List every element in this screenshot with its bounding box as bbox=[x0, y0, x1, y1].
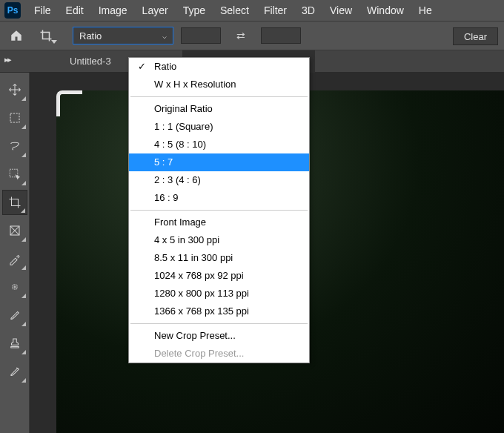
document-tab-label: Untitled-3 bbox=[70, 56, 111, 67]
dropdown-item-front-image[interactable]: Front Image bbox=[129, 214, 309, 231]
dropdown-item-wxh-resolution[interactable]: W x H x Resolution bbox=[129, 76, 309, 93]
dropdown-item-new-crop-preset[interactable]: New Crop Preset... bbox=[129, 327, 309, 345]
swap-dimensions-button[interactable]: ⇄ bbox=[231, 26, 251, 45]
menu-bar: Ps File Edit Image Layer Type Select Fil… bbox=[0, 0, 504, 21]
dropdown-item-16-9[interactable]: 16 : 9 bbox=[129, 189, 309, 207]
crop-ratio-dropdown: Ratio W x H x Resolution Original Ratio … bbox=[128, 57, 310, 363]
lasso-tool[interactable] bbox=[2, 133, 27, 159]
menu-layer[interactable]: Layer bbox=[135, 1, 176, 19]
dropdown-item-delete-crop-preset: Delete Crop Preset... bbox=[129, 345, 309, 363]
crop-tool[interactable] bbox=[2, 190, 27, 215]
stamp-tool[interactable] bbox=[2, 331, 27, 356]
move-tool[interactable] bbox=[2, 77, 27, 102]
dropdown-item-original-ratio[interactable]: Original Ratio bbox=[129, 100, 309, 118]
home-icon[interactable] bbox=[6, 25, 27, 46]
dropdown-item-1280x800[interactable]: 1280 x 800 px 113 ppi bbox=[129, 285, 309, 303]
crop-ratio-select[interactable]: Ratio ⌵ bbox=[73, 27, 173, 44]
menu-image[interactable]: Image bbox=[91, 1, 135, 19]
dropdown-item-1024x768[interactable]: 1024 x 768 px 92 ppi bbox=[129, 267, 309, 285]
dropdown-separator bbox=[130, 96, 308, 97]
dropdown-separator bbox=[130, 323, 308, 324]
chevron-down-icon bbox=[51, 40, 57, 44]
dropdown-item-2-3[interactable]: 2 : 3 (4 : 6) bbox=[129, 171, 309, 189]
options-bar: Ratio ⌵ ⇄ Clear bbox=[0, 21, 504, 50]
clear-button[interactable]: Clear bbox=[453, 27, 498, 45]
dropdown-item-5-7[interactable]: 5 : 7 bbox=[129, 153, 309, 171]
ps-logo: Ps bbox=[4, 2, 21, 19]
tools-panel bbox=[0, 73, 30, 433]
crop-width-input[interactable] bbox=[181, 27, 221, 44]
crop-tool-preset[interactable] bbox=[33, 25, 59, 46]
dropdown-item-4-5[interactable]: 4 : 5 (8 : 10) bbox=[129, 136, 309, 153]
document-tab-untitled[interactable]: Untitled-3 bbox=[59, 50, 122, 73]
dropdown-item-1366x768[interactable]: 1366 x 768 px 135 ppi bbox=[129, 303, 309, 320]
marquee-tool[interactable] bbox=[2, 105, 27, 130]
crop-ratio-label: Ratio bbox=[79, 30, 102, 42]
dropdown-item-8p5x11-300[interactable]: 8.5 x 11 in 300 ppi bbox=[129, 249, 309, 267]
menu-type[interactable]: Type bbox=[176, 1, 213, 19]
svg-rect-0 bbox=[10, 113, 19, 122]
history-brush-tool[interactable] bbox=[2, 359, 27, 384]
chevron-down-icon: ⌵ bbox=[162, 32, 167, 40]
menu-filter[interactable]: Filter bbox=[256, 1, 294, 19]
healing-brush-tool[interactable] bbox=[2, 274, 27, 300]
menu-3d[interactable]: 3D bbox=[294, 1, 322, 19]
menu-view[interactable]: View bbox=[322, 1, 359, 19]
menu-select[interactable]: Select bbox=[213, 1, 256, 19]
dropdown-separator bbox=[130, 210, 308, 211]
clear-button-label: Clear bbox=[464, 31, 487, 42]
menu-window[interactable]: Window bbox=[359, 1, 411, 19]
expand-panels-icon[interactable]: ▸▸ bbox=[4, 55, 10, 65]
frame-tool[interactable] bbox=[2, 218, 27, 243]
menu-file[interactable]: File bbox=[27, 1, 59, 19]
crop-height-input[interactable] bbox=[261, 27, 301, 44]
menu-help[interactable]: He bbox=[411, 1, 440, 19]
menu-edit[interactable]: Edit bbox=[59, 1, 91, 19]
dropdown-item-4x5-300[interactable]: 4 x 5 in 300 ppi bbox=[129, 231, 309, 249]
eyedropper-tool[interactable] bbox=[2, 246, 27, 271]
quick-select-tool[interactable] bbox=[2, 162, 27, 187]
brush-tool[interactable] bbox=[2, 303, 27, 328]
dropdown-item-ratio[interactable]: Ratio bbox=[129, 58, 309, 76]
dropdown-item-1-1[interactable]: 1 : 1 (Square) bbox=[129, 118, 309, 136]
